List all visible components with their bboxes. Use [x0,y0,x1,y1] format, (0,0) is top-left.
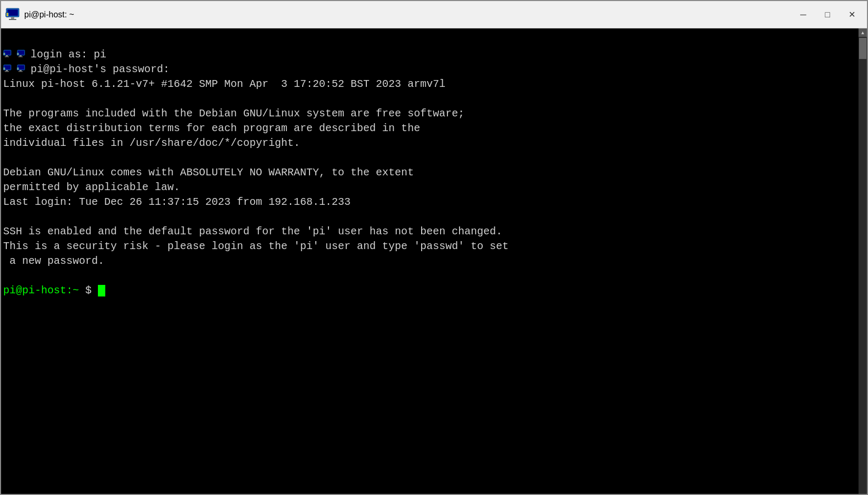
programs-line2: the exact distribution terms for each pr… [3,122,420,134]
svg-rect-10 [5,56,9,57]
prompt-user: pi@pi-host:~ [3,284,79,296]
svg-point-34 [17,68,18,70]
last-login-line: Last login: Tue Dec 26 11:37:15 2023 fro… [3,196,351,208]
maximize-button[interactable]: □ [816,5,839,24]
svg-rect-17 [18,56,23,57]
scrollbar[interactable]: ▲ [859,28,867,494]
ssh-warning-line1: SSH is enabled and the default password … [3,225,502,237]
svg-point-5 [7,13,8,14]
window-controls: ─ □ ✕ [792,5,863,24]
debian-line1: Debian GNU/Linux comes with ABSOLUTELY N… [3,166,414,179]
svg-rect-3 [9,19,16,20]
close-button[interactable]: ✕ [841,5,863,24]
scrollbar-thumb[interactable] [859,38,866,59]
svg-rect-2 [11,17,14,19]
app-icon [5,7,20,22]
password-line: pi@pi-host's password: [31,63,169,75]
terminal-output[interactable]: login as: pi pi@pi-host's password: Linu… [1,28,859,494]
scroll-up-arrow[interactable]: ▲ [859,28,867,37]
title-bar: pi@pi-host: ~ ─ □ ✕ [1,1,867,28]
svg-point-33 [17,67,18,68]
programs-line1: The programs included with the Debian GN… [3,107,464,120]
terminal-body: login as: pi pi@pi-host's password: Linu… [1,28,867,494]
terminal-window: pi@pi-host: ~ ─ □ ✕ login as: pi pi@pi-h… [0,0,868,495]
svg-point-20 [17,54,18,55]
svg-rect-24 [5,71,9,72]
svg-point-19 [17,53,18,54]
ssh-warning-line3: a new password. [3,255,104,267]
svg-point-13 [4,54,5,55]
svg-point-27 [4,68,5,70]
linux-version-line: Linux pi-host 6.1.21-v7+ #1642 SMP Mon A… [3,78,445,90]
programs-line3: individual files in /usr/share/doc/*/cop… [3,137,300,149]
svg-point-26 [4,67,5,68]
debian-line2: permitted by applicable law. [3,181,180,193]
svg-rect-31 [18,71,23,72]
password-icons: pi@pi-host's password: [3,63,169,75]
ssh-warning-line2: This is a security risk - please login a… [3,240,508,252]
login-icons: login as: pi [3,48,106,61]
svg-rect-30 [19,70,22,71]
login-line: login as: pi [31,48,106,61]
window-title: pi@pi-host: ~ [24,10,792,19]
svg-point-12 [4,53,5,54]
prompt-symbol: $ [79,284,98,296]
cursor-block [98,285,105,296]
minimize-button[interactable]: ─ [792,5,814,24]
svg-rect-16 [19,55,22,56]
svg-rect-9 [6,55,8,56]
svg-rect-23 [6,70,8,71]
svg-point-6 [7,14,8,16]
